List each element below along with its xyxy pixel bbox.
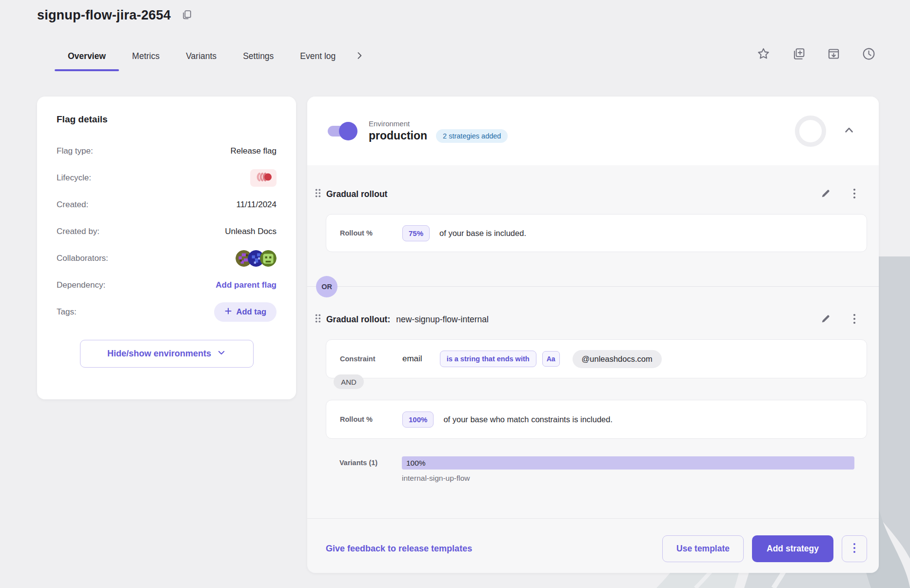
footer-menu-button[interactable] (842, 535, 867, 562)
variant-distribution-bar: 100% (402, 456, 854, 470)
constraint-field: email (402, 354, 422, 364)
strategy-1-rollout-card: Rollout % 75% of your base is included. (326, 214, 867, 252)
strategy-2-rollout-card: Rollout % 100% of your base who match co… (326, 400, 867, 439)
environment-header: Environment production 2 strategies adde… (307, 97, 879, 165)
history-button[interactable] (862, 47, 876, 62)
strategy-2-name: new-signup-flow-internal (396, 314, 489, 325)
variants-label: Variants (1) (339, 459, 402, 467)
flag-type-value: Release flag (230, 146, 277, 156)
dependency-row: Dependency: Add parent flag (57, 272, 277, 298)
variant-name: internal-sign-up-flow (402, 474, 854, 483)
strategy-menu-button[interactable] (850, 314, 859, 326)
tab-variants[interactable]: Variants (173, 42, 230, 70)
lifecycle-stage-badge[interactable] (250, 169, 277, 187)
tab-event-log[interactable]: Event log (287, 42, 349, 70)
metrics-ring (795, 116, 826, 147)
created-row: Created: 11/11/2024 (57, 191, 277, 218)
dependency-label: Dependency: (57, 280, 105, 290)
archive-flag-button[interactable] (827, 47, 841, 62)
created-by-row: Created by: Unleash Docs (57, 218, 277, 245)
plus-icon (224, 307, 232, 317)
drag-handle-icon[interactable] (314, 188, 322, 200)
page-header: signup-flow-jira-2654 (37, 8, 193, 23)
created-value: 11/11/2024 (236, 200, 277, 210)
collaborators-label: Collaborators: (57, 254, 108, 263)
tab-settings[interactable]: Settings (230, 42, 287, 70)
or-badge: OR (316, 276, 337, 297)
lifecycle-label: Lifecycle: (57, 173, 91, 183)
environment-title-block: Environment production 2 strategies adde… (369, 119, 508, 143)
strategy-separator: OR (307, 286, 879, 287)
rollout-label: Rollout % (340, 415, 402, 423)
constraint-operator-chip: is a string that ends with (440, 351, 536, 367)
rollout-description: of your base who match constraints is in… (443, 415, 613, 424)
duplicate-plus-icon (791, 47, 806, 62)
kebab-icon (850, 543, 859, 555)
tabs-overflow-button[interactable] (355, 51, 364, 62)
rollout-percentage-chip: 75% (402, 225, 430, 241)
use-template-button[interactable]: Use template (662, 535, 744, 562)
copy-flag-name-button[interactable] (180, 9, 193, 22)
rollout-label: Rollout % (340, 229, 402, 237)
hide-show-environments-label: Hide/show environments (107, 349, 211, 359)
edit-strategy-button[interactable] (820, 314, 831, 326)
and-badge: AND (334, 374, 364, 389)
flag-type-label: Flag type: (57, 146, 93, 156)
variants-section: Variants (1) 100% internal-sign-up-flow (339, 456, 867, 483)
clock-icon (862, 47, 876, 62)
page-title: signup-flow-jira-2654 (37, 8, 171, 23)
chevron-right-icon (355, 51, 364, 62)
created-label: Created: (57, 200, 88, 210)
environment-name: production (369, 129, 427, 142)
strategies-count-badge: 2 strategies added (436, 129, 508, 143)
environment-header-right (795, 116, 879, 147)
flag-details-card: Flag details Flag type: Release flag Lif… (37, 97, 296, 399)
edit-strategy-button[interactable] (820, 188, 831, 200)
add-tag-label: Add tag (237, 307, 266, 316)
add-parent-flag-link[interactable]: Add parent flag (216, 280, 277, 290)
hide-show-environments-button[interactable]: Hide/show environments (80, 340, 254, 368)
toggle-knob (339, 122, 357, 140)
star-icon (756, 47, 771, 62)
constraint-value-pill: @unleashdocs.com (573, 350, 662, 368)
lifecycle-live-icon (255, 172, 272, 184)
strategy-1-header: Gradual rollout (314, 187, 866, 201)
case-sensitive-chip: Aa (542, 351, 560, 367)
tab-overview[interactable]: Overview (55, 42, 119, 70)
rollout-percentage-chip: 100% (402, 412, 434, 428)
environment-panel: Environment production 2 strategies adde… (307, 97, 879, 573)
tags-label: Tags: (57, 307, 77, 317)
add-strategy-button[interactable]: Add strategy (752, 535, 833, 562)
strategy-menu-button[interactable] (850, 188, 859, 200)
tags-row: Tags: Add tag (57, 298, 277, 325)
copy-flag-button[interactable] (791, 47, 806, 62)
favorite-button[interactable] (756, 47, 771, 62)
drag-handle-icon[interactable] (314, 313, 322, 326)
rollout-description: of your base is included. (439, 229, 526, 238)
add-tag-button[interactable]: Add tag (214, 302, 277, 322)
environment-toggle[interactable] (328, 126, 354, 137)
environment-label: Environment (369, 119, 508, 128)
lifecycle-row: Lifecycle: (57, 164, 277, 191)
kebab-icon (850, 314, 859, 326)
strategy-2-header: Gradual rollout: new-signup-flow-interna… (314, 312, 866, 327)
strategy-2-title: Gradual rollout: (326, 314, 390, 325)
flag-type-row: Flag type: Release flag (57, 137, 277, 164)
tab-metrics[interactable]: Metrics (119, 42, 173, 70)
avatar[interactable] (260, 250, 277, 267)
copy-icon (180, 9, 193, 22)
release-templates-feedback-link[interactable]: Give feedback to release templates (326, 544, 472, 554)
archive-icon (827, 47, 841, 62)
collapse-environment-button[interactable] (843, 124, 855, 138)
created-by-label: Created by: (57, 227, 99, 236)
constraint-label: Constraint (340, 355, 402, 363)
flag-tabs: Overview Metrics Variants Settings Event… (55, 42, 364, 70)
kebab-icon (850, 188, 859, 200)
pencil-icon (820, 314, 831, 326)
flag-actions (756, 47, 876, 62)
constraint-card: Constraint email is a string that ends w… (326, 339, 867, 378)
strategy-1-title: Gradual rollout (326, 189, 387, 199)
pencil-icon (820, 188, 831, 200)
chevron-down-icon (217, 348, 226, 359)
environment-footer: Give feedback to release templates Use t… (307, 518, 879, 573)
